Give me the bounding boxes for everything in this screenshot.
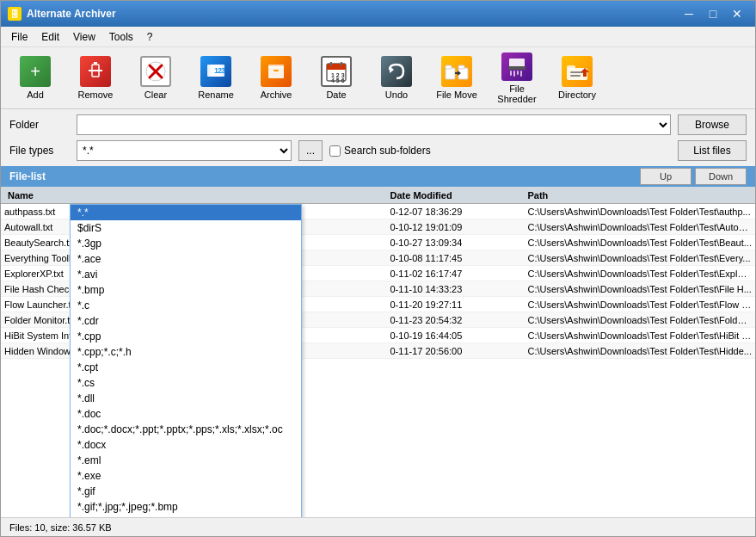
filelist-columns: Name Date Modified Path (1, 187, 755, 204)
dropdown-item-19[interactable]: *.gif;*.jpg;*.jpeg;*.bmp (71, 499, 301, 515)
toolbar: + Add Remove Clear (1, 47, 755, 109)
dropdown-item-5[interactable]: *.bmp (71, 282, 301, 298)
dropdown-list: *.* $dirS *.3gp *.ace *.avi *.bmp *.c *.… (71, 205, 301, 517)
archive-label: Archive (261, 90, 292, 100)
file-date: 0-10-08 11:17:45 (387, 253, 525, 263)
dropdown-item-0[interactable]: *.* (71, 205, 301, 220)
list-files-button[interactable]: List files (678, 140, 747, 161)
dropdown-item-13[interactable]: *.doc (71, 406, 301, 422)
date-button[interactable]: 1 2 3 4 5 6 Date (307, 52, 366, 105)
main-window: 🗄 Alternate Archiver ─ □ ✕ File Edit Vie… (0, 0, 756, 537)
dropdown-item-16[interactable]: *.eml (71, 453, 301, 468)
dropdown-item-2[interactable]: *.3gp (71, 236, 301, 251)
file-date: 0-11-02 16:17:47 (387, 268, 525, 279)
add-label: Add (27, 90, 44, 100)
filemove-button[interactable]: File Move (427, 52, 486, 105)
svg-rect-29 (509, 59, 525, 67)
dropdown-item-18[interactable]: *.gif (71, 484, 301, 499)
folder-input[interactable] (77, 114, 671, 135)
dropdown-item-11[interactable]: *.cs (71, 375, 301, 391)
remove-button[interactable]: Remove (66, 52, 125, 105)
svg-rect-38 (570, 75, 581, 77)
file-path: C:\Users\Ashwin\Downloads\Test Folder\Te… (525, 315, 756, 325)
menu-file[interactable]: File (4, 29, 34, 45)
file-date: 0-11-23 20:54:32 (387, 315, 525, 325)
close-button[interactable]: ✕ (726, 5, 748, 22)
dropdown-item-6[interactable]: *.c (71, 298, 301, 313)
maximize-button[interactable]: □ (702, 5, 724, 22)
dropdown-item-14[interactable]: *.doc;*.docx;*.ppt;*.pptx;*.pps;*.xls;*.… (71, 422, 301, 437)
dropdown-item-9[interactable]: *.cpp;*.c;*.h (71, 344, 301, 360)
date-label: Date (326, 90, 346, 100)
titlebar: 🗄 Alternate Archiver ─ □ ✕ (1, 1, 755, 27)
clear-button[interactable]: Clear (126, 52, 185, 105)
svg-rect-17 (327, 67, 346, 70)
dropdown-item-4[interactable]: *.avi (71, 267, 301, 282)
dropdown-item-10[interactable]: *.cpt (71, 360, 301, 375)
rename-label: Rename (198, 90, 234, 100)
svg-rect-36 (567, 65, 575, 70)
file-path: C:\Users\Ashwin\Downloads\Test Folder\Te… (525, 299, 756, 310)
menu-tools[interactable]: Tools (102, 29, 140, 45)
filetype-select[interactable]: *.* (77, 140, 292, 161)
status-text: Files: 10, size: 36.57 KB (9, 522, 112, 533)
down-button[interactable]: Down (695, 168, 747, 185)
dropdown-item-12[interactable]: *.dll (71, 391, 301, 406)
directory-icon (562, 56, 593, 87)
undo-button[interactable]: Undo (367, 52, 426, 105)
minimize-button[interactable]: ─ (678, 5, 700, 22)
file-date: 0-10-27 13:09:34 (387, 238, 525, 248)
dropdown-item-17[interactable]: *.exe (71, 468, 301, 484)
filetype-row: File types *.* ... Search sub-folders Li… (9, 140, 747, 161)
filetype-container: *.* (77, 140, 292, 161)
dropdown-item-1[interactable]: $dirS (71, 220, 301, 236)
up-button[interactable]: Up (640, 168, 691, 185)
svg-rect-23 (446, 68, 455, 79)
file-date: 0-11-20 19:27:11 (387, 299, 525, 310)
col-date: Date Modified (387, 190, 525, 201)
svg-rect-12 (268, 66, 284, 78)
rename-button[interactable]: 1 2 3 Rename (187, 52, 245, 105)
app-icon: 🗄 (8, 7, 22, 21)
dropdown-item-15[interactable]: *.docx (71, 437, 301, 453)
shredder-button[interactable]: File Shredder (488, 52, 546, 105)
statusbar: Files: 10, size: 36.57 KB (1, 517, 755, 536)
dropdown-item-3[interactable]: *.ace (71, 251, 301, 267)
svg-rect-33 (517, 71, 519, 75)
dropdown-item-7[interactable]: *.cdr (71, 313, 301, 329)
svg-rect-26 (458, 65, 464, 69)
menu-help[interactable]: ? (140, 29, 160, 45)
browse-button[interactable]: Browse (678, 114, 747, 135)
folder-row: Folder Browse (9, 114, 747, 135)
file-date: 0-11-17 20:56:00 (387, 346, 525, 356)
rename-icon: 1 2 3 (200, 56, 231, 87)
menubar: File Edit View Tools ? (1, 27, 755, 47)
directory-button[interactable]: Directory (548, 52, 606, 105)
file-date: 0-10-12 19:01:09 (387, 222, 525, 232)
shredder-icon (501, 52, 532, 81)
titlebar-controls: ─ □ ✕ (678, 5, 748, 22)
archive-button[interactable]: Archive (247, 52, 305, 105)
file-path: C:\Users\Ashwin\Downloads\Test Folder\Te… (525, 238, 756, 248)
file-path: C:\Users\Ashwin\Downloads\Test Folder\Te… (525, 253, 756, 263)
dropdown-item-20[interactable]: *.gz (71, 515, 301, 517)
filetype-dropdown: *.* $dirS *.3gp *.ace *.avi *.bmp *.c *.… (70, 204, 302, 517)
titlebar-left: 🗄 Alternate Archiver (8, 7, 116, 21)
clear-icon (140, 56, 171, 87)
remove-icon (80, 56, 111, 87)
svg-rect-13 (268, 65, 284, 68)
filetype-label: File types (9, 145, 70, 157)
menu-view[interactable]: View (66, 29, 102, 45)
svg-rect-24 (446, 65, 452, 69)
shredder-label: File Shredder (489, 83, 545, 104)
menu-edit[interactable]: Edit (34, 29, 66, 45)
dropdown-item-8[interactable]: *.cpp (71, 329, 301, 344)
svg-rect-32 (513, 71, 515, 77)
svg-text:4 5 6: 4 5 6 (331, 77, 345, 83)
undo-icon (381, 56, 412, 87)
add-button[interactable]: + Add (6, 52, 65, 105)
svg-rect-0 (89, 70, 102, 71)
archive-icon (261, 56, 292, 87)
search-subfolders-checkbox[interactable] (329, 145, 341, 157)
dotdot-button[interactable]: ... (298, 140, 323, 161)
